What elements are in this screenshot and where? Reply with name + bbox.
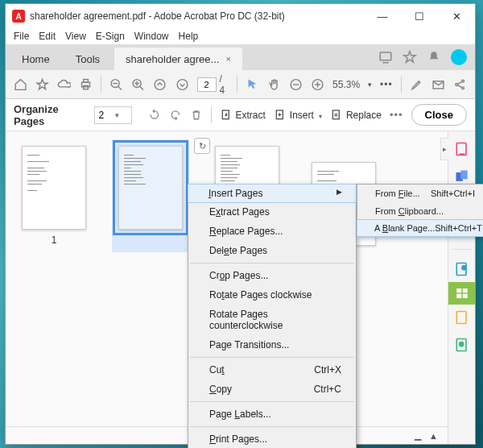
star-outline-icon[interactable]: [35, 77, 49, 92]
cloud-icon[interactable]: [57, 77, 71, 92]
svg-rect-38: [462, 288, 467, 292]
svg-rect-37: [456, 288, 461, 292]
page-select[interactable]: 2: [94, 106, 132, 124]
screen-icon[interactable]: [378, 50, 393, 64]
create-icon[interactable]: [454, 141, 470, 157]
rotate-ccw-icon[interactable]: [148, 108, 161, 122]
svg-rect-0: [380, 52, 391, 60]
menu-help[interactable]: Help: [179, 31, 199, 42]
tab-home[interactable]: Home: [10, 48, 61, 70]
ctx-transitions[interactable]: Page Transitions...: [188, 335, 356, 355]
pointer-icon[interactable]: [246, 77, 259, 92]
lastside-icon[interactable]: [454, 337, 470, 353]
right-sidebar: ▸ ⋯: [448, 131, 475, 444]
page-down-icon[interactable]: [175, 77, 189, 92]
trash-icon[interactable]: [190, 108, 203, 122]
ctx-cut[interactable]: CutCtrl+X: [188, 360, 356, 380]
svg-line-10: [140, 86, 143, 89]
svg-rect-28: [332, 110, 339, 119]
print-icon[interactable]: [79, 77, 93, 92]
svg-point-19: [456, 83, 458, 85]
ctx-rotate-ccw[interactable]: Rotate Pages counterclockwise: [188, 305, 356, 335]
ctx-copy[interactable]: CopyCtrl+C: [188, 380, 356, 399]
organize-title: Organize Pages: [14, 103, 86, 127]
page-up-icon[interactable]: [153, 77, 167, 92]
close-window-button[interactable]: ✕: [438, 4, 475, 28]
more-icon[interactable]: •••: [380, 79, 393, 90]
menu-file[interactable]: File: [14, 31, 29, 42]
comment-icon[interactable]: [454, 261, 470, 277]
bell-icon[interactable]: [427, 50, 441, 64]
svg-line-23: [458, 85, 462, 87]
ctx-insert-pages[interactable]: IInsert Pagesnsert Pages▶: [188, 184, 357, 203]
insert-submenu: From File...Shift+Ctrl+I From Clipboard.…: [357, 184, 483, 237]
thumbnail-page-2[interactable]: ▬▬▬▬▬▬▬▬▬▬▬▬▬▬▬▬▬▬▬▬▬▬▬▬▬▬▬▬▬▬▬▬▬▬▬▬▬▬▬▬…: [112, 139, 189, 252]
zoom-level[interactable]: 55.3%: [332, 79, 360, 90]
star-icon[interactable]: [402, 50, 417, 64]
ctx-page-labels[interactable]: Page Labels...: [188, 404, 356, 424]
replace-button[interactable]: Replace: [330, 109, 382, 122]
toolbar-main: / 4 55.3% ▾ •••: [6, 70, 475, 99]
zoom-dropdown-icon[interactable]: ▾: [368, 81, 372, 89]
menu-edit[interactable]: Edit: [39, 31, 56, 42]
svg-rect-2: [84, 79, 89, 82]
thumbnail-page-1[interactable]: ▬▬▬▬▬▬▬▬▬▬▬▬▬▬▬▬▬▬▬▬▬▬▬▬▬▬▬▬▬▬▬▬▬▬▬▬▬▬▬▬…: [22, 146, 86, 246]
sub-from-file[interactable]: From File...Shift+Ctrl+I: [357, 185, 483, 202]
organize-active-icon[interactable]: [448, 282, 476, 305]
zoom-in-icon[interactable]: [131, 77, 145, 92]
ctx-extract-pages[interactable]: Extract Pages: [188, 202, 356, 222]
svg-point-20: [462, 80, 464, 82]
sub-blank-page[interactable]: A Blank Page...Shift+Ctrl+T: [357, 219, 483, 237]
thumb-zoom-in-icon[interactable]: ▲: [429, 431, 438, 441]
mail-icon[interactable]: [431, 77, 445, 92]
menu-esign[interactable]: E-Sign: [96, 31, 125, 42]
highlight-icon[interactable]: [410, 77, 423, 92]
acrobat-icon: A: [12, 10, 25, 23]
avatar[interactable]: [451, 49, 467, 65]
ctx-crop-pages[interactable]: Crop Pages...: [188, 266, 356, 285]
page-indicator: / 4: [197, 73, 229, 96]
extract-button[interactable]: Extract: [220, 109, 266, 122]
menu-view[interactable]: View: [65, 31, 86, 42]
tab-close-icon[interactable]: ×: [225, 54, 230, 64]
tab-tools[interactable]: Tools: [64, 48, 111, 70]
svg-point-11: [155, 79, 166, 89]
stamp-icon[interactable]: [454, 309, 470, 326]
svg-rect-40: [462, 294, 467, 298]
svg-line-22: [458, 81, 462, 84]
home-icon[interactable]: [14, 77, 27, 92]
more-tools-icon[interactable]: •••: [390, 109, 403, 121]
menu-window[interactable]: Window: [134, 31, 169, 42]
thumb-label-1: 1: [52, 234, 57, 246]
rotate-handle-icon[interactable]: ↻: [194, 138, 210, 154]
maximize-button[interactable]: ☐: [401, 4, 438, 28]
zoom-plus-icon[interactable]: [311, 77, 324, 92]
svg-rect-39: [456, 294, 461, 298]
sub-from-clipboard[interactable]: From Clipboard...: [357, 202, 483, 220]
page-current-input[interactable]: [197, 77, 217, 92]
zoom-minus-icon[interactable]: [289, 77, 303, 92]
context-menu: IInsert Pagesnsert Pages▶ Extract Pages …: [188, 184, 357, 448]
hand-icon[interactable]: [267, 77, 281, 92]
insert-button[interactable]: Insert: [274, 109, 322, 122]
share-icon[interactable]: [453, 77, 467, 92]
ctx-delete-pages[interactable]: Delete Pages: [188, 241, 356, 260]
close-organize-button[interactable]: Close: [411, 104, 467, 126]
svg-point-12: [177, 79, 188, 89]
zoom-out-icon[interactable]: [109, 77, 123, 92]
sidebar-collapse-icon[interactable]: ▸: [440, 138, 448, 160]
rotate-cw-icon[interactable]: [169, 108, 182, 122]
svg-rect-41: [456, 312, 466, 324]
svg-point-21: [462, 86, 464, 89]
ctx-rotate-cw[interactable]: Rotate Pages clockwise: [188, 285, 356, 305]
svg-line-6: [118, 86, 122, 89]
ctx-print-pages[interactable]: Print Pages...: [188, 429, 356, 448]
ctx-replace-pages[interactable]: Replace Pages...: [188, 222, 356, 241]
tab-document[interactable]: shareholder agree...×: [114, 48, 242, 70]
thumb-zoom-out-icon[interactable]: ▁: [415, 430, 421, 441]
window-title: shareholder agreement.pdf - Adobe Acroba…: [30, 10, 364, 22]
export-icon[interactable]: [454, 168, 470, 185]
toolbar-organize: Organize Pages 2 Extract Insert Replace …: [6, 99, 475, 131]
svg-rect-3: [84, 85, 89, 89]
minimize-button[interactable]: —: [364, 4, 401, 28]
